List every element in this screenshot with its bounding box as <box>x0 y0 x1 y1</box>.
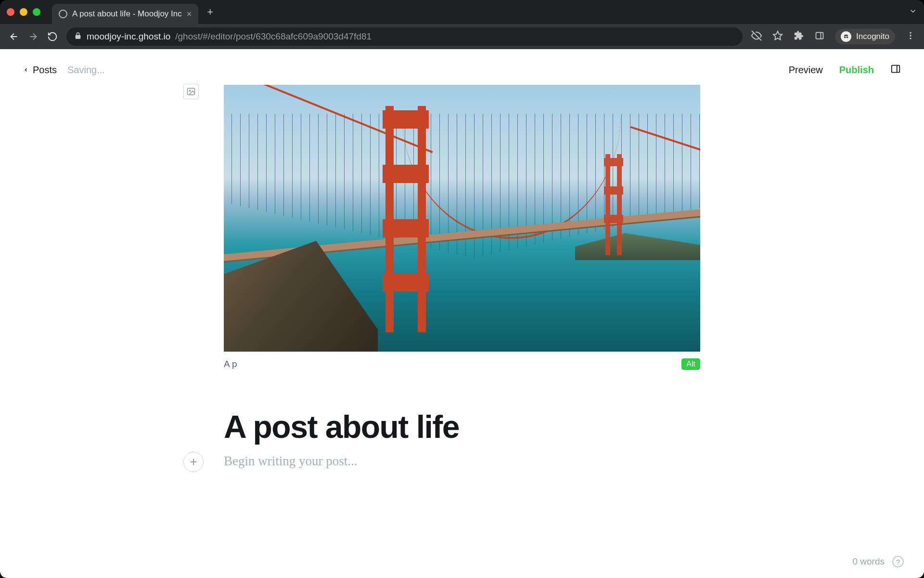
chevron-left-icon <box>23 67 29 73</box>
panel-right-icon <box>890 64 901 74</box>
window-controls <box>7 8 40 16</box>
post-body-placeholder[interactable]: Begin writing your post... <box>224 454 700 469</box>
window-close-button[interactable] <box>7 8 14 16</box>
nav-forward-button[interactable] <box>28 31 38 42</box>
side-panel-icon[interactable] <box>815 31 824 42</box>
extensions-icon[interactable] <box>794 30 804 43</box>
active-tab[interactable]: A post about life - Moodjoy Inc × <box>52 4 198 24</box>
nav-back-button[interactable] <box>9 31 19 42</box>
help-button[interactable]: ? <box>892 556 904 567</box>
window-minimize-button[interactable] <box>20 8 27 16</box>
svg-rect-4 <box>816 32 823 39</box>
settings-panel-toggle[interactable] <box>890 64 901 76</box>
publish-button[interactable]: Publish <box>839 65 874 76</box>
lock-icon <box>74 31 82 42</box>
svg-point-7 <box>847 36 848 38</box>
browser-tab-strip: A post about life - Moodjoy Inc × + <box>0 0 924 24</box>
caption-input[interactable] <box>224 359 681 369</box>
feature-image-button[interactable] <box>183 84 199 99</box>
svg-point-9 <box>910 35 911 36</box>
incognito-label: Incognito <box>856 32 889 41</box>
nav-reload-button[interactable] <box>47 31 58 42</box>
browser-address-bar: moodjoy-inc.ghost.io/ghost/#/editor/post… <box>0 24 924 49</box>
editor-column: Alt Begin writing your post... <box>224 85 700 469</box>
svg-rect-11 <box>892 66 900 73</box>
tabs-dropdown-icon[interactable] <box>909 7 917 17</box>
plus-icon <box>188 457 199 467</box>
word-count: 0 words <box>852 556 885 567</box>
svg-point-14 <box>189 90 191 92</box>
svg-point-10 <box>910 38 911 39</box>
feature-image[interactable] <box>224 85 700 352</box>
add-card-button[interactable] <box>183 452 204 472</box>
caption-row: Alt <box>224 358 700 370</box>
svg-point-8 <box>910 32 911 34</box>
incognito-badge[interactable]: Incognito <box>835 29 895 44</box>
save-status: Saving... <box>67 65 105 76</box>
close-tab-icon[interactable]: × <box>187 9 192 19</box>
address-actions: Incognito <box>751 29 915 44</box>
editor-footer: 0 words ? <box>852 556 904 567</box>
bookmark-star-icon[interactable] <box>772 30 783 43</box>
svg-point-6 <box>844 36 846 38</box>
url-path: /ghost/#/editor/post/630c68afc609a9003d4… <box>175 31 372 42</box>
back-to-posts-link[interactable]: Posts <box>23 65 57 76</box>
url-field[interactable]: moodjoy-inc.ghost.io/ghost/#/editor/post… <box>66 27 743 46</box>
tab-favicon <box>59 10 67 18</box>
incognito-icon <box>841 31 851 42</box>
window-maximize-button[interactable] <box>33 8 40 16</box>
svg-rect-13 <box>188 88 195 94</box>
svg-marker-3 <box>773 31 782 39</box>
tab-title: A post about life - Moodjoy Inc <box>72 9 182 19</box>
post-title-input[interactable] <box>224 408 700 445</box>
new-tab-button[interactable]: + <box>207 6 213 18</box>
image-icon <box>186 87 196 96</box>
ghost-editor-app: Posts Saving... Preview Publish <box>0 49 924 578</box>
browser-menu-icon[interactable] <box>906 31 915 42</box>
alt-toggle-button[interactable]: Alt <box>681 358 700 370</box>
back-label: Posts <box>33 65 57 76</box>
eye-off-icon[interactable] <box>751 30 762 43</box>
url-host: moodjoy-inc.ghost.io <box>87 31 170 42</box>
preview-button[interactable]: Preview <box>789 65 823 76</box>
